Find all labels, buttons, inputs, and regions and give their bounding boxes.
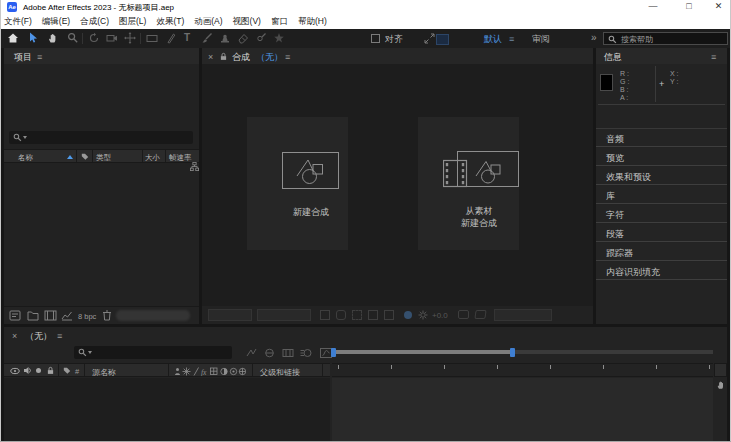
maximize-button[interactable]: □ <box>676 0 702 14</box>
panel-tab-paragraph[interactable]: 段落 <box>596 224 727 242</box>
info-tab-label[interactable]: 信息 <box>604 52 622 62</box>
menu-edit[interactable]: 编辑(E) <box>42 16 70 28</box>
timeline-tab-close-icon[interactable]: × <box>12 331 17 341</box>
view-layout-dropdown[interactable] <box>494 309 552 321</box>
composition-panel-menu-icon[interactable]: ≡ <box>285 52 290 62</box>
project-settings-icon[interactable] <box>61 310 73 321</box>
project-search-field[interactable] <box>9 131 193 144</box>
rotation-tool[interactable] <box>88 32 100 44</box>
puppet-pin-tool[interactable] <box>273 32 285 44</box>
info-panel-menu-icon[interactable]: ≡ <box>711 52 716 62</box>
expand-icon[interactable] <box>424 33 435 44</box>
panel-tab-libraries[interactable]: 库 <box>596 186 727 204</box>
track-area[interactable] <box>332 378 713 441</box>
interpret-footage-icon[interactable] <box>9 310 21 321</box>
audio-column-icon[interactable] <box>23 366 32 375</box>
panel-tab-preview[interactable]: 预览 <box>596 148 727 166</box>
zoom-handle-right[interactable] <box>510 348 515 357</box>
resolution-dropdown[interactable] <box>257 309 311 321</box>
menu-composition[interactable]: 合成(C) <box>80 16 109 28</box>
home-tool[interactable] <box>7 32 19 44</box>
layer-switches-icons[interactable]: fx <box>174 367 246 376</box>
column-frame-rate[interactable]: 帧速率 <box>169 153 192 163</box>
panel-tab-character[interactable]: 字符 <box>596 205 727 223</box>
menu-file[interactable]: 文件(F) <box>4 16 32 28</box>
magnification-dropdown[interactable] <box>208 309 252 321</box>
workspace-tab-default[interactable]: 默认 <box>484 34 502 44</box>
clone-stamp-tool[interactable] <box>219 32 231 44</box>
zoom-handle-left[interactable] <box>331 348 336 357</box>
exposure-gear-icon[interactable] <box>418 310 428 320</box>
column-name[interactable]: 名称 <box>18 153 33 163</box>
mask-visibility-icon[interactable] <box>336 310 346 320</box>
workspace-tab-review[interactable]: 审阅 <box>532 34 550 44</box>
column-type[interactable]: 类型 <box>96 153 111 163</box>
menu-animation[interactable]: 动画(A) <box>194 16 222 28</box>
panel-tab-content-aware-fill[interactable]: 内容识别填充 <box>596 262 727 280</box>
region-of-interest-icon[interactable] <box>352 310 362 320</box>
project-tab-label[interactable]: 项目 <box>14 52 32 62</box>
video-column-icon[interactable] <box>10 367 20 375</box>
brush-tool[interactable] <box>201 32 213 44</box>
type-tool[interactable]: T <box>184 32 190 43</box>
draft-3d-icon[interactable] <box>264 348 275 358</box>
snap-checkbox[interactable] <box>371 34 380 43</box>
new-composition-icon[interactable] <box>44 310 57 321</box>
auto-scroll-icon[interactable] <box>716 380 726 390</box>
delete-icon[interactable] <box>102 310 112 321</box>
column-size[interactable]: 大小 <box>145 153 160 163</box>
parent-link-column-label[interactable]: 父级和链接 <box>260 367 300 378</box>
rulers-icon[interactable] <box>384 310 394 320</box>
viewer-lock-icon[interactable] <box>219 52 228 61</box>
label-column-icon[interactable] <box>63 367 71 375</box>
new-composition-button[interactable]: 新建合成 <box>247 117 348 250</box>
eraser-tool[interactable] <box>237 32 249 44</box>
workspace-menu-icon[interactable]: ≡ <box>509 34 514 44</box>
workspace-overflow-icon[interactable]: » <box>591 33 597 43</box>
timeline-zoom-track[interactable] <box>335 350 713 354</box>
snap-options-box[interactable] <box>436 34 449 45</box>
menu-window[interactable]: 窗口 <box>271 16 288 28</box>
lock-column-icon[interactable] <box>46 366 55 375</box>
timeline-tab-label[interactable]: （无） <box>25 331 52 341</box>
menu-effect[interactable]: 效果(T) <box>156 16 184 28</box>
composition-mini-flowchart-icon[interactable] <box>246 348 257 358</box>
panel-tab-tracker[interactable]: 跟踪器 <box>596 243 727 261</box>
solo-column-icon[interactable] <box>36 368 41 373</box>
layer-list-area[interactable] <box>4 378 330 441</box>
menu-help[interactable]: 帮助(H) <box>298 16 327 28</box>
time-ruler[interactable] <box>332 363 713 377</box>
composition-tab-label[interactable]: 合成 <box>232 52 250 62</box>
camera-tool[interactable] <box>106 32 118 44</box>
roto-brush-tool[interactable] <box>255 32 267 44</box>
pan-behind-tool[interactable] <box>124 32 136 44</box>
snapshot-icon[interactable] <box>458 310 469 319</box>
new-composition-from-footage-button[interactable]: 从素材 新建合成 <box>418 117 519 250</box>
source-name-column-label[interactable]: 源名称 <box>92 367 116 378</box>
motion-blur-icon[interactable] <box>300 348 312 358</box>
project-flowchart-icon[interactable] <box>190 162 199 171</box>
frame-blending-icon[interactable] <box>282 348 294 358</box>
timeline-search-field[interactable] <box>74 346 232 359</box>
project-panel-menu-icon[interactable]: ≡ <box>37 52 42 62</box>
close-button[interactable]: ✕ <box>706 0 731 14</box>
shape-tool[interactable] <box>146 33 158 44</box>
help-search-field[interactable]: 搜索帮助 <box>603 32 728 45</box>
transparency-grid-icon[interactable] <box>320 310 330 320</box>
minimize-button[interactable]: — <box>640 0 666 14</box>
panel-tab-effects-presets[interactable]: 效果和预设 <box>596 167 727 185</box>
menu-view[interactable]: 视图(V) <box>233 16 261 28</box>
sort-arrow-icon[interactable] <box>67 155 73 159</box>
exposure-value[interactable]: +0.0 <box>432 311 448 320</box>
guides-icon[interactable] <box>368 310 378 320</box>
ruler-corner-box[interactable] <box>714 363 727 377</box>
label-column-icon[interactable] <box>81 153 89 161</box>
menu-layer[interactable]: 图层(L) <box>119 16 146 28</box>
zoom-tool[interactable] <box>67 32 79 44</box>
selection-tool[interactable] <box>27 32 39 44</box>
bit-depth-label[interactable]: 8 bpc <box>78 312 96 321</box>
panel-tab-audio[interactable]: 音频 <box>596 128 727 147</box>
number-column-label[interactable]: # <box>75 367 79 376</box>
channel-icon[interactable] <box>404 311 412 319</box>
show-snapshot-icon[interactable] <box>474 310 486 319</box>
